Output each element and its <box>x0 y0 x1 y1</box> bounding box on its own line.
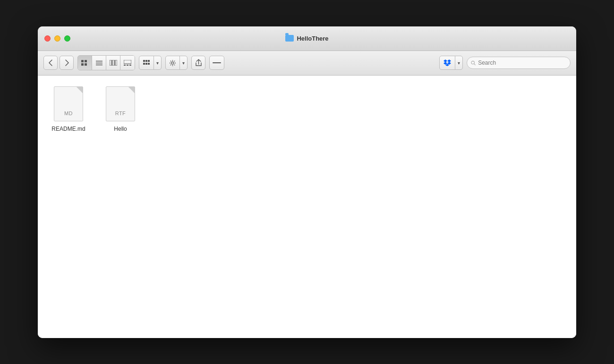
arrange-button-main <box>139 56 154 69</box>
view-icon-button[interactable] <box>78 56 92 70</box>
svg-point-20 <box>171 62 174 64</box>
tag-icon <box>213 60 221 65</box>
chevron-left-icon <box>49 59 53 66</box>
svg-rect-3 <box>85 63 87 66</box>
svg-rect-17 <box>143 63 145 65</box>
dropbox-button[interactable]: ▾ <box>439 56 463 70</box>
action-button-main <box>166 56 179 69</box>
svg-rect-14 <box>143 60 145 62</box>
share-button[interactable] <box>191 56 205 70</box>
window-title: HelloThere <box>297 35 328 42</box>
file-name-hello: Hello <box>114 126 127 132</box>
toolbar: ▾ ▾ <box>38 51 576 76</box>
search-input[interactable] <box>478 59 566 66</box>
svg-rect-18 <box>145 63 147 65</box>
back-button[interactable] <box>43 56 58 70</box>
svg-point-30 <box>471 61 474 64</box>
search-box[interactable] <box>467 57 571 69</box>
titlebar: HelloThere <box>38 26 576 51</box>
svg-rect-1 <box>85 60 87 62</box>
svg-rect-15 <box>145 60 147 62</box>
finder-window: HelloThere <box>38 26 576 338</box>
file-content-area: MD README.md RTF Hello <box>38 76 576 338</box>
file-type-md: MD <box>64 110 73 116</box>
list-item[interactable]: RTF Hello <box>99 85 142 132</box>
nav-group <box>43 56 74 70</box>
svg-rect-8 <box>112 60 114 66</box>
file-type-rtf: RTF <box>115 110 126 116</box>
svg-rect-11 <box>124 65 126 66</box>
file-icon-readme: MD <box>50 85 87 123</box>
file-page-hello: RTF <box>106 86 135 121</box>
search-icon <box>471 60 476 66</box>
traffic-lights <box>44 35 70 42</box>
column-view-icon <box>110 60 117 66</box>
file-page-readme: MD <box>54 86 83 121</box>
view-list-button[interactable] <box>92 56 106 70</box>
maximize-button[interactable] <box>64 35 70 42</box>
forward-button[interactable] <box>60 56 74 70</box>
svg-rect-19 <box>148 63 150 65</box>
svg-rect-29 <box>213 62 221 63</box>
svg-line-28 <box>171 64 171 65</box>
svg-line-31 <box>474 64 475 65</box>
svg-rect-2 <box>81 63 84 66</box>
file-name-readme: README.md <box>51 126 85 132</box>
svg-rect-16 <box>148 60 150 62</box>
svg-line-25 <box>171 60 171 61</box>
chevron-right-icon <box>65 59 69 66</box>
view-columns-button[interactable] <box>106 56 120 70</box>
file-icon-hello: RTF <box>102 85 139 123</box>
arrange-button[interactable]: ▾ <box>139 56 162 70</box>
dropbox-button-main <box>440 56 455 69</box>
svg-line-27 <box>174 60 175 61</box>
svg-rect-10 <box>124 60 131 64</box>
arrange-icon <box>143 60 150 66</box>
gear-icon <box>170 60 176 66</box>
gallery-view-icon <box>124 60 131 66</box>
svg-rect-9 <box>115 60 117 66</box>
icon-view-icon <box>81 60 88 66</box>
window-title-group: HelloThere <box>285 35 328 42</box>
view-gallery-button[interactable] <box>120 56 135 70</box>
svg-rect-12 <box>127 65 128 66</box>
list-item[interactable]: MD README.md <box>47 85 90 132</box>
dropbox-icon <box>443 59 451 66</box>
arrange-dropdown-arrow: ▾ <box>154 56 161 69</box>
dropbox-dropdown-arrow: ▾ <box>455 56 462 69</box>
svg-line-26 <box>174 64 175 65</box>
minimize-button[interactable] <box>54 35 60 42</box>
close-button[interactable] <box>44 35 51 42</box>
tag-button[interactable] <box>209 56 224 70</box>
view-group <box>77 55 135 70</box>
svg-rect-7 <box>110 60 111 66</box>
svg-rect-13 <box>129 65 131 66</box>
folder-icon <box>285 35 294 42</box>
svg-rect-0 <box>81 60 84 62</box>
share-icon <box>196 59 202 67</box>
action-button[interactable]: ▾ <box>165 56 188 70</box>
list-view-icon <box>96 60 102 66</box>
action-dropdown-arrow: ▾ <box>179 56 187 69</box>
